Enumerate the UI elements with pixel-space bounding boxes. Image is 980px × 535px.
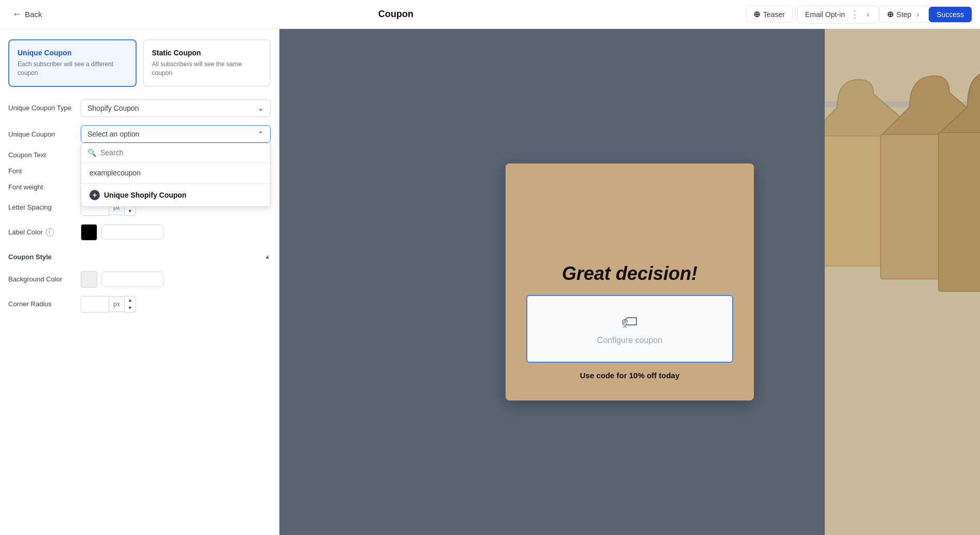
coupon-type-row-form: Unique Coupon Type Shopify Coupon ⌄	[8, 99, 271, 117]
preview-title: Great decision!	[526, 263, 733, 285]
plus-icon-2: ⊕	[887, 9, 894, 19]
main-layout: Unique Coupon Each subscriber will see a…	[0, 29, 980, 535]
nav-arrow-icon-2: ›	[914, 10, 921, 19]
corner-radius-input[interactable]: 2	[81, 296, 109, 313]
coupon-text-label: Coupon Text	[8, 151, 76, 159]
coupon-type-select[interactable]: Shopify Coupon ⌄	[81, 99, 271, 117]
background-color-swatch[interactable]	[81, 271, 97, 288]
coupon-type-value: Shopify Coupon	[87, 104, 139, 112]
use-code-text: Use code for 10% off today	[526, 371, 733, 380]
unique-coupon-row: Unique Coupon Select an option ⌃ 🔍 examp…	[8, 125, 271, 143]
plus-circle-icon: +	[90, 190, 100, 200]
top-nav: ← Back Coupon ⊕ Teaser Email Opt-in ⋮ › …	[0, 0, 980, 29]
background-color-input-row: #EEEEEE	[81, 271, 164, 288]
dropdown-item-examplecoupon[interactable]: examplecoupon	[81, 162, 270, 183]
unique-coupon-desc: Each subscriber will see a different cou…	[18, 60, 127, 78]
label-color-hex-input[interactable]: #000000	[101, 225, 164, 240]
coupon-type-row: Unique Coupon Each subscriber will see a…	[8, 39, 271, 87]
unique-coupon-title: Unique Coupon	[18, 49, 127, 57]
nav-step-teaser[interactable]: ⊕ Teaser	[746, 6, 793, 23]
static-coupon-title: Static Coupon	[152, 49, 262, 57]
back-label: Back	[25, 10, 42, 19]
nav-step-email-label: Email Opt-in	[805, 10, 845, 19]
label-color-input-row: #000000	[81, 224, 164, 241]
font-label: Font	[8, 167, 76, 175]
nav-divider-1	[795, 7, 795, 22]
unique-coupon-select[interactable]: Select an option ⌃	[81, 125, 271, 143]
coupon-style-label: Coupon Style	[8, 253, 52, 261]
preview-card: Great decision! 🏷 Configure coupon Use c…	[506, 164, 754, 400]
chevron-up-icon: ⌃	[258, 130, 264, 138]
label-color-swatch[interactable]	[81, 224, 97, 241]
nav-step-success[interactable]: Success	[929, 7, 972, 22]
corner-radius-up[interactable]: ▲	[125, 296, 136, 304]
nav-step-teaser-label: Teaser	[763, 10, 785, 19]
label-color-label: Label Color i	[8, 228, 76, 236]
nav-arrow-icon-1: ›	[865, 10, 871, 19]
label-color-info-icon[interactable]: i	[46, 228, 54, 236]
static-coupon-desc: All subscribers will see the same coupon	[152, 60, 262, 78]
background-color-label: Background Color	[8, 275, 76, 283]
nav-step-success-label: Success	[937, 10, 964, 19]
configure-coupon-text: Configure coupon	[597, 336, 662, 345]
dropdown-item-unique-shopify[interactable]: + Unique Shopify Coupon	[81, 183, 270, 206]
nav-steps: ⊕ Teaser Email Opt-in ⋮ › ⊕ Step › Succe…	[746, 5, 972, 24]
corner-radius-stepper: 2 px ▲ ▼	[81, 296, 136, 313]
svg-rect-4	[939, 132, 980, 291]
corner-radius-arrows: ▲ ▼	[125, 296, 136, 313]
unique-coupon-dropdown-menu: 🔍 examplecoupon + Unique Shopify Coupon	[81, 143, 271, 207]
preview-wrapper: Great decision! 🏷 Configure coupon Use c…	[279, 29, 980, 535]
font-weight-label: Font weight	[8, 183, 76, 191]
back-button[interactable]: ← Back	[8, 7, 46, 22]
page-title: Coupon	[50, 9, 741, 20]
background-color-row: Background Color #EEEEEE	[8, 271, 271, 288]
label-color-row: Label Color i #000000	[8, 224, 271, 241]
right-panel: Great decision! 🏷 Configure coupon Use c…	[279, 29, 980, 535]
corner-radius-label: Corner Radius	[8, 300, 76, 308]
static-coupon-card[interactable]: Static Coupon All subscribers will see t…	[143, 39, 271, 87]
nav-step-step[interactable]: ⊕ Step ›	[879, 6, 929, 23]
more-options-icon[interactable]: ⋮	[848, 9, 862, 20]
back-arrow-icon: ←	[12, 9, 22, 20]
tag-icon: 🏷	[621, 313, 638, 332]
coupon-style-section-header[interactable]: Coupon Style ▲	[8, 249, 271, 265]
preview-content: Great decision! 🏷 Configure coupon Use c…	[506, 246, 754, 400]
search-input[interactable]	[100, 148, 264, 157]
corner-radius-row: Corner Radius 2 px ▲ ▼	[8, 296, 271, 313]
search-icon: 🔍	[87, 148, 96, 157]
unique-coupon-label: Unique Coupon	[8, 125, 76, 138]
left-panel: Unique Coupon Each subscriber will see a…	[0, 29, 279, 535]
corner-radius-down[interactable]: ▼	[125, 304, 136, 312]
dropdown-search-row: 🔍	[81, 143, 270, 162]
corner-radius-unit: px	[109, 296, 125, 312]
background-color-hex-input[interactable]: #EEEEEE	[101, 272, 164, 287]
coupon-type-label: Unique Coupon Type	[8, 104, 76, 112]
unique-coupon-placeholder: Select an option	[87, 130, 139, 138]
hangers-panel	[825, 29, 980, 535]
unique-coupon-dropdown-container: Select an option ⌃ 🔍 examplecoupon + Uni…	[81, 125, 271, 143]
coupon-style-chevron-up-icon: ▲	[264, 253, 271, 260]
unique-coupon-card[interactable]: Unique Coupon Each subscriber will see a…	[8, 39, 137, 87]
hangers-svg	[825, 29, 980, 535]
chevron-down-icon: ⌄	[258, 104, 264, 112]
letter-spacing-label: Letter Spacing	[8, 203, 76, 211]
nav-step-email-opt-in[interactable]: Email Opt-in ⋮ ›	[797, 5, 879, 24]
nav-step-step-label: Step	[897, 10, 912, 19]
coupon-box[interactable]: 🏷 Configure coupon	[526, 295, 733, 363]
preview-top	[506, 164, 754, 246]
letter-spacing-down[interactable]: ▼	[125, 207, 136, 215]
plus-icon: ⊕	[753, 9, 760, 19]
